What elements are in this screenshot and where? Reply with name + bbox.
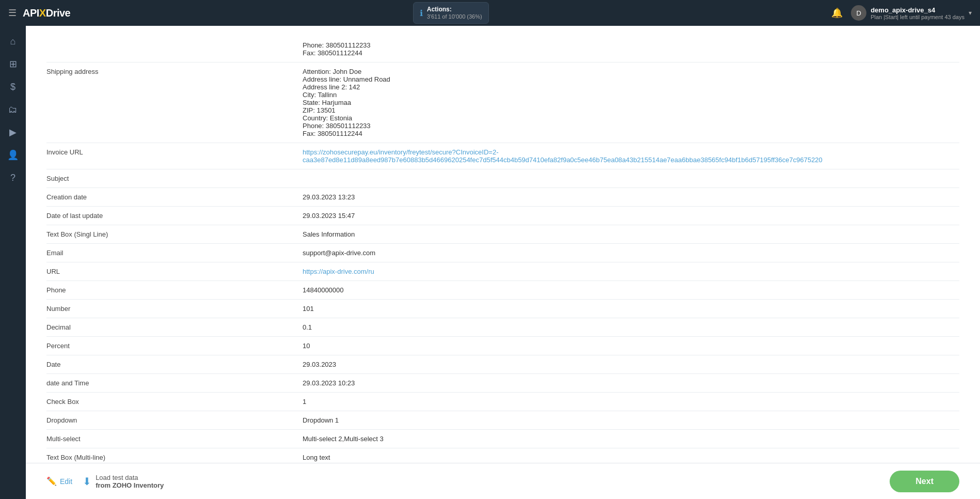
field-value: support@apix-drive.com [294,244,959,262]
field-value: 0.1 [294,318,959,337]
table-row: Emailsupport@apix-drive.com [46,244,959,262]
field-value: Phone: 380501112233 Fax: 380501112244 [294,36,959,63]
field-label: Creation date [46,188,294,207]
field-value: 29.03.2023 10:23 [294,374,959,393]
table-row: Decimal0.1 [46,318,959,337]
field-value[interactable]: https://apix-drive.com/ru [294,262,959,281]
field-label: Dropdown [46,411,294,430]
edit-label: Edit [60,477,72,486]
field-label: Date of last update [46,207,294,225]
field-value-link[interactable]: https://zohosecurepay.eu/inventory/freyt… [303,148,823,164]
field-value: Dropdown 1 [294,411,959,430]
field-value: 14840000000 [294,281,959,300]
table-row: Date of last update29.03.2023 15:47 [46,207,959,225]
edit-icon: ✏️ [46,476,57,486]
field-label: Subject [46,169,294,188]
field-value [294,169,959,188]
table-row: Text Box (Singl Line)Sales Information [46,225,959,244]
table-row: Invoice URLhttps://zohosecurepay.eu/inve… [46,143,959,169]
actions-count: 3'611 of 10'000 (36%) [427,13,482,20]
field-label: Multi-select [46,430,294,448]
field-label: Shipping address [46,63,294,143]
field-label: Number [46,300,294,318]
field-label: Phone [46,281,294,300]
table-row: URLhttps://apix-drive.com/ru [46,262,959,281]
actions-badge: ℹ Actions: 3'611 of 10'000 (36%) [413,2,489,24]
field-value: 29.03.2023 13:23 [294,188,959,207]
info-icon: ℹ [420,8,423,18]
field-value: 101 [294,300,959,318]
field-label: date and Time [46,374,294,393]
next-button[interactable]: Next [890,471,959,492]
field-value-link[interactable]: https://apix-drive.com/ru [303,268,374,275]
load-text: Load test data from ZOHO Inventory [96,474,164,489]
header-left: ☰ APIXDrive [8,7,70,19]
field-value: Multi-select 2,Multi-select 3 [294,430,959,448]
field-value: 10 [294,337,959,355]
content-area: Phone: 380501112233 Fax: 380501112244 Sh… [26,26,980,499]
load-label: Load test data [96,474,164,481]
field-label: Text Box (Singl Line) [46,225,294,244]
table-row: DropdownDropdown 1 [46,411,959,430]
field-label: Check Box [46,393,294,411]
header: ☰ APIXDrive ℹ Actions: 3'611 of 10'000 (… [0,0,980,26]
edit-button[interactable]: ✏️ Edit [46,476,72,486]
table-row: Check Box1 [46,393,959,411]
logo-drive: Drive [46,7,71,19]
table-row: date and Time29.03.2023 10:23 [46,374,959,393]
field-label: Invoice URL [46,143,294,169]
main-content: Phone: 380501112233 Fax: 380501112244 Sh… [26,26,980,499]
table-row: Phone14840000000 [46,281,959,300]
table-row: Number101 [46,300,959,318]
actions-info: Actions: 3'611 of 10'000 (36%) [427,6,482,20]
table-row: Subject [46,169,959,188]
sidebar-item-help[interactable]: ? [3,167,23,188]
field-label: Percent [46,337,294,355]
avatar: D [851,5,866,21]
header-right: 🔔 D demo_apix-drive_s4 Plan |Start| left… [831,5,972,21]
table-row: Phone: 380501112233 Fax: 380501112244 [46,36,959,63]
header-center: ℹ Actions: 3'611 of 10'000 (36%) [413,2,489,24]
field-label: Email [46,244,294,262]
hamburger-icon[interactable]: ☰ [8,7,17,19]
bell-icon[interactable]: 🔔 [831,7,843,19]
sidebar-item-billing[interactable]: $ [3,76,23,97]
table-row: Date29.03.2023 [46,355,959,374]
logo-api: API [23,7,39,19]
sidebar: ⌂ ⊞ $ 🗂 ▶ 👤 ? [0,26,26,499]
sidebar-item-connections[interactable]: ⊞ [3,54,23,74]
table-row: Percent10 [46,337,959,355]
user-name: demo_apix-drive_s4 [871,6,965,14]
field-label: Date [46,355,294,374]
table-row: Shipping addressAttention: John Doe Addr… [46,63,959,143]
sidebar-item-play[interactable]: ▶ [3,122,23,143]
load-test-button[interactable]: ⬇ Load test data from ZOHO Inventory [83,474,164,489]
field-value: Attention: John Doe Address line: Unname… [294,63,959,143]
load-sub: from ZOHO Inventory [96,481,164,489]
logo-x: X [39,7,46,19]
chevron-down-icon: ▾ [969,9,972,17]
table-row: Multi-selectMulti-select 2,Multi-select … [46,430,959,448]
user-plan: Plan |Start| left until payment 43 days [871,14,965,20]
user-details: demo_apix-drive_s4 Plan |Start| left unt… [871,6,965,20]
bottom-left: ✏️ Edit ⬇ Load test data from ZOHO Inven… [46,474,164,489]
field-label: Decimal [46,318,294,337]
download-icon: ⬇ [83,475,91,488]
sidebar-item-profile[interactable]: 👤 [3,145,23,165]
field-value: Sales Information [294,225,959,244]
sidebar-item-projects[interactable]: 🗂 [3,99,23,120]
field-label [46,36,294,63]
data-table: Phone: 380501112233 Fax: 380501112244 Sh… [46,36,959,467]
user-info[interactable]: D demo_apix-drive_s4 Plan |Start| left u… [851,5,972,21]
field-value[interactable]: https://zohosecurepay.eu/inventory/freyt… [294,143,959,169]
field-value: 1 [294,393,959,411]
actions-label: Actions: [427,6,452,13]
field-label: URL [46,262,294,281]
table-row: Creation date29.03.2023 13:23 [46,188,959,207]
field-value: 29.03.2023 15:47 [294,207,959,225]
logo: APIXDrive [23,7,70,19]
bottom-bar: ✏️ Edit ⬇ Load test data from ZOHO Inven… [26,463,980,499]
field-value: 29.03.2023 [294,355,959,374]
sidebar-item-home[interactable]: ⌂ [3,31,23,52]
